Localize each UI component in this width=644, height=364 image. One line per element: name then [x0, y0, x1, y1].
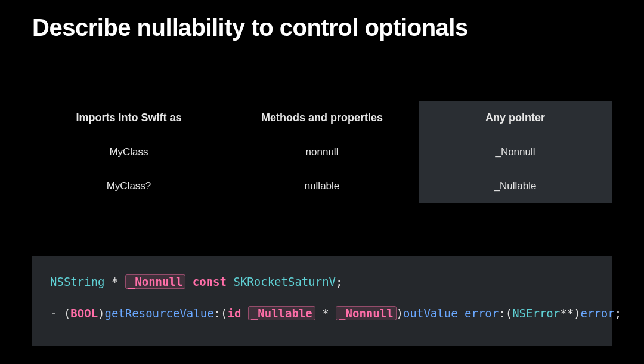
- code-token-func: getResourceValue: [105, 307, 214, 320]
- table-header-row: Imports into Swift as Methods and proper…: [32, 101, 612, 135]
- slide: Describe nullability to control optional…: [0, 0, 644, 364]
- header-imports: Imports into Swift as: [32, 101, 225, 135]
- code-token-ident: SKRocketSaturnV: [233, 275, 336, 288]
- code-token: - (: [50, 307, 70, 320]
- code-token-func: error: [465, 307, 499, 320]
- cell-methods-1: nullable: [225, 169, 419, 203]
- code-annotation-nonnull: _Nonnull: [125, 274, 186, 289]
- code-token: :(: [214, 307, 228, 320]
- code-token: ): [98, 307, 104, 320]
- code-token-keyword: const: [185, 275, 233, 288]
- code-token: :(: [499, 307, 512, 320]
- nullability-table: Imports into Swift as Methods and proper…: [32, 101, 612, 203]
- code-block: NSString * _Nonnull const SKRocketSaturn…: [32, 256, 612, 346]
- code-token-type: NSError: [512, 307, 560, 320]
- cell-imports-1: MyClass?: [32, 169, 225, 203]
- code-annotation-nonnull: _Nonnull: [336, 306, 397, 320]
- slide-title: Describe nullability to control optional…: [32, 14, 612, 41]
- code-token: **): [560, 307, 580, 320]
- code-token-param: error: [581, 307, 615, 320]
- header-any-pointer: Any pointer: [419, 101, 612, 135]
- code-annotation-nullable: _Nullable: [248, 306, 315, 320]
- table-row: MyClass nonnull _Nonnull: [32, 135, 612, 169]
- code-token: [241, 307, 247, 320]
- cell-methods-0: nonnull: [225, 135, 419, 169]
- cell-imports-0: MyClass: [32, 135, 225, 169]
- code-token-type: NSString: [50, 275, 105, 288]
- code-token: *: [105, 275, 125, 288]
- cell-pointer-1: _Nullable: [419, 169, 612, 203]
- table-row: MyClass? nullable _Nullable: [32, 169, 612, 203]
- code-token: ;: [615, 307, 621, 320]
- code-token: [458, 307, 465, 320]
- header-methods: Methods and properties: [225, 101, 419, 135]
- code-token: *: [315, 307, 336, 320]
- code-token-keyword: id: [227, 307, 241, 320]
- code-token: ;: [336, 275, 342, 288]
- code-token-keyword: BOOL: [70, 307, 98, 320]
- code-token-param: outValue: [403, 307, 458, 320]
- code-token: ): [397, 307, 403, 320]
- cell-pointer-0: _Nonnull: [419, 135, 612, 169]
